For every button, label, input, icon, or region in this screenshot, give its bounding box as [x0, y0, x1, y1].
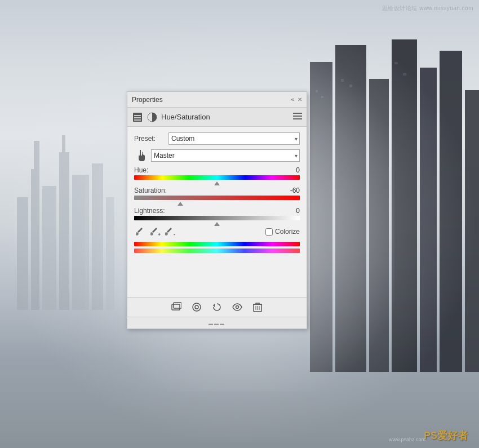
svg-rect-2	[42, 186, 56, 310]
lightness-slider-container[interactable]	[134, 216, 300, 220]
reset-icon[interactable]	[211, 301, 223, 313]
lightness-header: Lightness: 0	[134, 207, 300, 215]
svg-rect-16	[316, 90, 318, 92]
spectrum-bottom-bar	[134, 249, 300, 253]
svg-point-38	[193, 303, 201, 311]
svg-rect-6	[106, 197, 114, 310]
svg-rect-1	[31, 169, 39, 310]
svg-rect-17	[321, 96, 323, 98]
scroll-dots: ▬▬▬	[209, 321, 225, 326]
svg-rect-27	[293, 113, 302, 114]
svg-rect-18	[341, 79, 344, 82]
panel-header-title: Hue/Saturation	[161, 113, 210, 121]
adjustment-icon[interactable]	[147, 112, 158, 123]
svg-rect-0	[17, 197, 28, 310]
svg-rect-25	[134, 119, 141, 121]
hue-track	[134, 175, 300, 180]
delete-icon[interactable]	[251, 301, 264, 313]
svg-rect-24	[134, 117, 141, 118]
hue-label: Hue:	[134, 166, 148, 174]
panel-spacer	[134, 258, 300, 291]
eyedropper-tool[interactable]	[134, 226, 145, 237]
view-previous-icon[interactable]	[190, 301, 203, 313]
svg-rect-37	[174, 303, 181, 308]
svg-rect-7	[34, 141, 39, 169]
svg-rect-3	[59, 152, 69, 310]
svg-rect-4	[72, 175, 89, 310]
svg-rect-23	[134, 115, 141, 116]
panel-controls: « ✕	[291, 97, 302, 103]
colorize-label[interactable]: Colorize	[265, 228, 300, 236]
svg-rect-5	[92, 163, 103, 310]
svg-rect-8	[62, 135, 65, 152]
svg-rect-28	[293, 116, 302, 117]
svg-rect-12	[392, 39, 417, 372]
master-select[interactable]: Master	[151, 149, 300, 162]
watermark-url: www.psahz.com	[389, 437, 425, 442]
eyedropper-minus-tool[interactable]: -	[163, 226, 175, 237]
channel-row: Master ▾	[134, 149, 300, 162]
svg-marker-40	[213, 304, 215, 307]
preset-row: Preset: Custom ▾	[134, 132, 300, 145]
hue-header: Hue: 0	[134, 166, 300, 174]
city-buildings-right	[310, 34, 479, 372]
sat-thumb[interactable]	[178, 202, 183, 206]
preset-select[interactable]: Custom	[168, 132, 300, 145]
hue-section: Hue: 0	[134, 166, 300, 180]
spectrum-container	[134, 242, 300, 253]
panel-titlebar: Properties « ✕	[127, 92, 307, 108]
svg-rect-29	[293, 118, 302, 119]
spectrum-top-bar	[134, 242, 300, 246]
preset-select-wrapper: Custom ▾	[168, 132, 300, 145]
properties-panel: Properties « ✕ Hue/Saturation	[127, 91, 307, 329]
panel-header: Hue/Saturation	[127, 108, 307, 127]
lightness-label: Lightness:	[134, 207, 165, 215]
svg-rect-14	[440, 51, 462, 372]
svg-rect-9	[310, 62, 332, 372]
panel-footer	[127, 297, 307, 317]
lightness-value: 0	[283, 207, 300, 215]
scroll-indicator: ▬▬▬	[127, 317, 307, 329]
saturation-value: -60	[283, 187, 300, 194]
panel-close-btn[interactable]: ✕	[298, 97, 302, 103]
hue-value: 0	[283, 166, 300, 174]
panel-menu-icon[interactable]	[293, 113, 302, 121]
svg-point-41	[236, 306, 239, 309]
hue-slider-container[interactable]	[134, 175, 300, 180]
saturation-section: Saturation: -60	[134, 187, 300, 200]
svg-rect-36	[172, 304, 180, 310]
svg-rect-15	[465, 90, 479, 372]
watermark-top: 思绘设计论坛 www.missyuan.com	[382, 5, 473, 12]
colorize-text: Colorize	[275, 228, 300, 236]
panel-content: Preset: Custom ▾ Master ▾	[127, 127, 307, 297]
visibility-icon[interactable]	[231, 301, 243, 313]
preset-label: Preset:	[134, 135, 165, 143]
light-thumb[interactable]	[214, 222, 220, 226]
clip-to-layer-icon[interactable]	[170, 301, 183, 313]
svg-point-39	[195, 305, 198, 309]
svg-rect-20	[394, 62, 398, 64]
colorize-checkbox[interactable]	[265, 228, 273, 236]
svg-rect-13	[420, 68, 437, 372]
saturation-header: Saturation: -60	[134, 187, 300, 194]
hue-thumb[interactable]	[214, 181, 220, 185]
tools-colorize-row: + - Colorize	[134, 226, 300, 237]
lightness-section: Lightness: 0	[134, 207, 300, 220]
saturation-label: Saturation:	[134, 187, 167, 194]
master-select-wrapper: Master ▾	[151, 149, 300, 162]
sat-track	[134, 196, 300, 200]
hand-tool-icon[interactable]	[134, 150, 148, 161]
panel-title: Properties	[132, 96, 163, 104]
eyedropper-plus-tool[interactable]: +	[149, 226, 160, 237]
city-buildings-left	[11, 85, 124, 310]
svg-rect-10	[335, 45, 366, 372]
layers-icon[interactable]	[132, 112, 143, 123]
panel-collapse-btn[interactable]: «	[291, 97, 294, 103]
svg-rect-11	[369, 79, 389, 372]
light-track	[134, 216, 300, 220]
watermark-bottom: PS爱好者	[424, 429, 468, 442]
svg-rect-21	[403, 73, 406, 76]
svg-rect-19	[349, 85, 352, 87]
saturation-slider-container[interactable]	[134, 196, 300, 200]
